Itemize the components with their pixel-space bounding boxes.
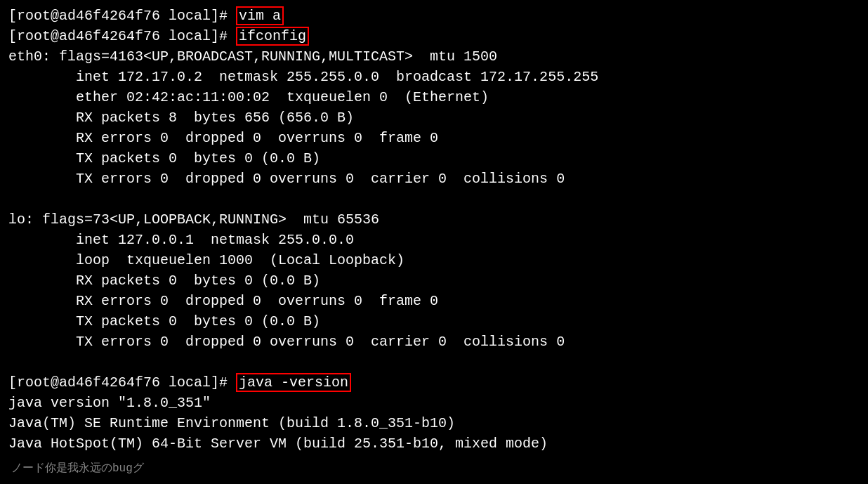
terminal-line-java_ver: java version "1.8.0_351"	[8, 393, 860, 413]
terminal-line-lo_inet: inet 127.0.0.1 netmask 255.0.0.0	[8, 230, 860, 250]
prompt: [root@ad46f4264f76 local]#	[8, 28, 236, 44]
terminal: [root@ad46f4264f76 local]# vim a[root@ad…	[8, 6, 860, 478]
blank-line	[8, 189, 860, 209]
terminal-line-cmd3: [root@ad46f4264f76 local]# java -version	[8, 372, 860, 393]
command-text: vim a	[236, 6, 284, 25]
terminal-line-lo_loop: loop txqueuelen 1000 (Local Loopback)	[8, 250, 860, 270]
terminal-line-java_runtime: Java(TM) SE Runtime Environment (build 1…	[8, 413, 860, 433]
terminal-line-eth0_rx_errors: RX errors 0 dropped 0 overruns 0 frame 0	[8, 128, 860, 148]
terminal-line-eth0_inet: inet 172.17.0.2 netmask 255.255.0.0 broa…	[8, 67, 860, 87]
command-text: ifconfig	[236, 27, 309, 46]
terminal-line-eth0_rx_packets: RX packets 8 bytes 656 (656.0 B)	[8, 107, 860, 128]
command-text: java -version	[236, 373, 351, 392]
bottom-bar: ノード你是我永远のbugグ	[8, 459, 860, 478]
terminal-line-eth0_flags: eth0: flags=4163<UP,BROADCAST,RUNNING,MU…	[8, 46, 860, 67]
blank-line	[8, 352, 860, 372]
terminal-line-lo_rx_packets: RX packets 0 bytes 0 (0.0 B)	[8, 270, 860, 291]
terminal-line-cmd1: [root@ad46f4264f76 local]# vim a	[8, 6, 860, 26]
terminal-line-cmd2: [root@ad46f4264f76 local]# ifconfig	[8, 26, 860, 46]
terminal-line-lo_flags: lo: flags=73<UP,LOOPBACK,RUNNING> mtu 65…	[8, 209, 860, 230]
terminal-line-eth0_tx_packets: TX packets 0 bytes 0 (0.0 B)	[8, 148, 860, 169]
prompt: [root@ad46f4264f76 local]#	[8, 8, 236, 24]
prompt: [root@ad46f4264f76 local]#	[8, 374, 236, 391]
terminal-line-eth0_ether: ether 02:42:ac:11:00:02 txqueuelen 0 (Et…	[8, 87, 860, 107]
bottom-text: ノード你是我永远のbugグ	[11, 462, 144, 475]
terminal-line-eth0_tx_errors: TX errors 0 dropped 0 overruns 0 carrier…	[8, 169, 860, 189]
terminal-line-lo_rx_errors: RX errors 0 dropped 0 overruns 0 frame 0	[8, 291, 860, 311]
terminal-line-lo_tx_errors: TX errors 0 dropped 0 overruns 0 carrier…	[8, 332, 860, 352]
terminal-line-lo_tx_packets: TX packets 0 bytes 0 (0.0 B)	[8, 311, 860, 332]
terminal-line-java_hotspot: Java HotSpot(TM) 64-Bit Server VM (build…	[8, 433, 860, 454]
